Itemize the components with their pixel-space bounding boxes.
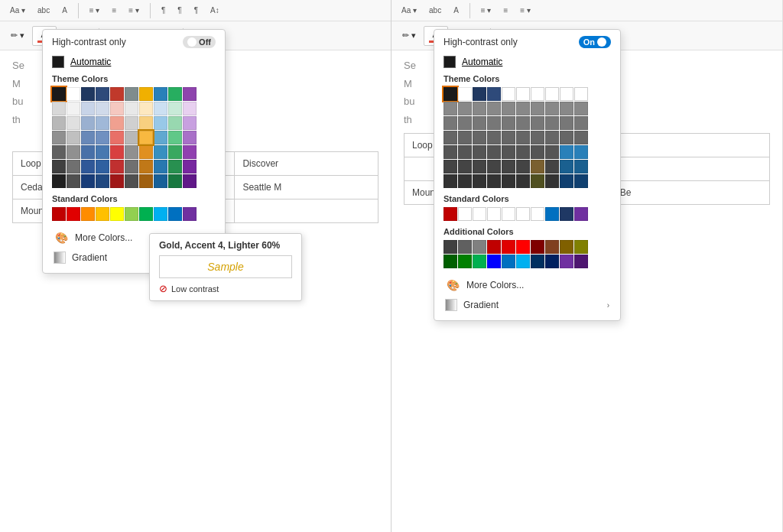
gradient-item-right[interactable]: Gradient › (443, 296, 611, 314)
indent-btn-right[interactable]: ≡ (499, 4, 512, 17)
hc-toggle-row-right: High-contrast only On (443, 36, 611, 48)
automatic-row-right[interactable]: Automatic (443, 56, 611, 68)
font-style-btn-left[interactable]: abc (34, 4, 54, 17)
additional-colors-grid-right (443, 240, 611, 268)
theme-swatch-1[interactable] (67, 87, 80, 101)
additional-colors-label-right: Additional Colors (443, 227, 611, 236)
toggle-state-right: On (583, 37, 595, 47)
toggle-circle-right (597, 37, 606, 47)
theme-swatch-4[interactable] (110, 87, 124, 101)
hc-toggle-row-left: High-contrast only Off (52, 36, 216, 48)
table-cell-northbe (235, 199, 379, 222)
theme-swatch-9[interactable] (183, 87, 197, 101)
theme-shades-right (443, 102, 611, 188)
auto-swatch-left (52, 56, 64, 68)
para-btn2-left[interactable]: ¶ (174, 4, 185, 17)
font-size-btn-left[interactable]: Aa ▾ (6, 4, 29, 17)
std-colors-label-right: Standard Colors (443, 194, 611, 203)
theme-colors-label-left: Theme Colors (52, 74, 216, 83)
more-colors-icon-right: 🎨 (445, 277, 460, 293)
font-size-btn-right[interactable]: Aa ▾ (398, 4, 421, 17)
sep2 (150, 3, 151, 18)
theme-swatch-5[interactable] (125, 87, 138, 101)
more-colors-item-right[interactable]: 🎨 More Colors... (443, 274, 611, 296)
table-cell-seattle: Seattle M (235, 175, 379, 199)
automatic-label-left: Automatic (70, 57, 111, 67)
toggle-state-left: Off (199, 37, 211, 47)
list-btn-right[interactable]: ≡ ▾ (477, 4, 495, 17)
font-style-btn-right[interactable]: abc (425, 4, 445, 17)
hc-label-right: High-contrast only (443, 37, 518, 47)
toggle-circle-left (187, 37, 197, 47)
para-btn3-left[interactable]: ¶ (190, 4, 202, 17)
std-colors-row-right (443, 207, 611, 221)
hc-label-left: High-contrast only (52, 37, 126, 47)
more-colors-label-left: More Colors... (75, 232, 132, 243)
theme-colors-label-right: Theme Colors (443, 74, 611, 83)
sep1 (78, 3, 79, 18)
color-picker-right: High-contrast only On Automatic Theme Co… (434, 29, 621, 321)
warn-label-left: Low contrast (171, 284, 219, 294)
automatic-row-left[interactable]: Automatic (52, 56, 216, 68)
auto-swatch-right (443, 56, 456, 68)
list-btn-left[interactable]: ≡ ▾ (86, 4, 104, 17)
theme-swatch-3[interactable] (96, 87, 109, 101)
automatic-label-right: Automatic (462, 57, 502, 67)
theme-swatch-0[interactable] (52, 87, 66, 101)
ribbon-right: Aa ▾ abc A ≡ ▾ ≡ ≡ ▾ (392, 0, 782, 21)
tooltip-sample-left: Sample (159, 255, 292, 278)
hc-toggle-btn-left[interactable]: Off (183, 36, 216, 48)
ribbon-left: Aa ▾ abc A ≡ ▾ ≡ ≡ ▾ ¶ ¶ ¶ A↕ (0, 0, 391, 21)
std-colors-label-left: Standard Colors (52, 194, 216, 203)
font-format-btn-left[interactable]: A (58, 4, 71, 17)
sep1r (469, 3, 470, 18)
hc-toggle-btn-right[interactable]: On (579, 36, 611, 48)
font-format-btn-right[interactable]: A (450, 4, 463, 17)
theme-swatch-2[interactable] (81, 87, 95, 101)
indent2-btn-left[interactable]: ≡ ▾ (125, 4, 143, 17)
tooltip-title-left: Gold, Accent 4, Lighter 60% (159, 240, 292, 251)
pencil-btn-left[interactable]: ✏ ▾ (6, 28, 29, 43)
gradient-chevron-right: › (607, 301, 609, 310)
gradient-label-left: Gradient (72, 252, 107, 263)
tooltip-warning-left: ⊘ Low contrast (159, 283, 292, 294)
theme-swatch-8[interactable] (168, 87, 182, 101)
indent2-btn-right[interactable]: ≡ ▾ (516, 4, 534, 17)
theme-swatch-7[interactable] (154, 87, 167, 101)
indent-btn-left[interactable]: ≡ (108, 4, 120, 17)
color-tooltip-left: Gold, Accent 4, Lighter 60% Sample ⊘ Low… (149, 233, 302, 301)
theme-base-row-right (443, 87, 611, 101)
warn-icon-left: ⊘ (159, 283, 167, 294)
std-colors-row-left (52, 207, 216, 221)
theme-swatch-6[interactable] (139, 87, 153, 101)
para-btn1-left[interactable]: ¶ (158, 4, 169, 17)
gradient-label-right: Gradient (463, 300, 499, 310)
more-colors-icon-left: 🎨 (54, 230, 69, 245)
pencil-btn-right[interactable]: ✏ ▾ (398, 28, 421, 43)
gradient-icon-left (54, 251, 66, 264)
selected-shade[interactable] (139, 131, 153, 144)
theme-base-row-left (52, 87, 216, 101)
para-btn4-left[interactable]: A↕ (206, 4, 223, 17)
theme-shades-left (52, 102, 216, 188)
gradient-icon-right (445, 299, 457, 311)
table-cell-discover: Discover (235, 151, 379, 175)
more-colors-label-right: More Colors... (466, 280, 524, 290)
